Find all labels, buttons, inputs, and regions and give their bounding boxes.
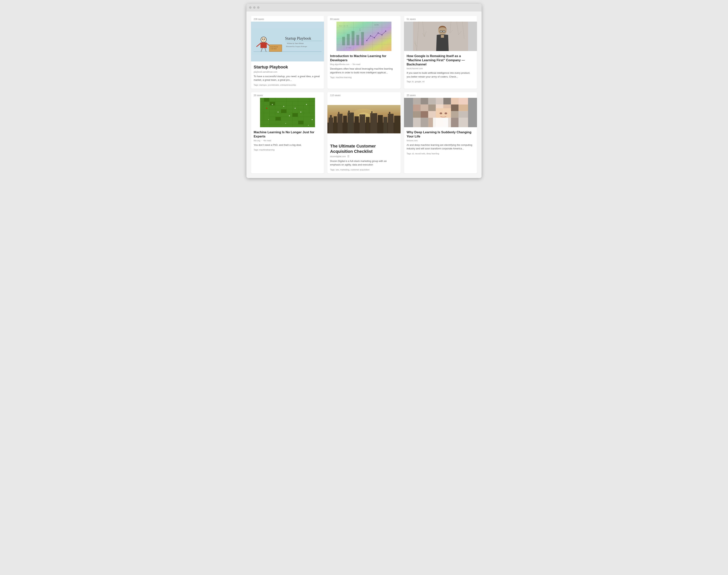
svg-rect-135 <box>420 98 428 104</box>
svg-rect-147 <box>458 104 468 111</box>
svg-rect-157 <box>420 118 428 127</box>
svg-point-41 <box>381 34 383 35</box>
saves-count: 25 saves <box>404 92 477 98</box>
card-intro-ml[interactable]: 69 saves <box>327 16 401 89</box>
card-title: Machine Learning Is No Longer Just for E… <box>254 130 321 139</box>
svg-point-40 <box>378 32 379 34</box>
svg-rect-161 <box>451 118 458 127</box>
card-image-google <box>404 22 477 52</box>
svg-rect-156 <box>413 118 420 127</box>
svg-rect-138 <box>443 98 451 104</box>
svg-point-89 <box>294 108 296 109</box>
svg-point-39 <box>374 37 375 38</box>
card-title: The Ultimate Customer Acquisition Checkl… <box>330 143 398 154</box>
card-customer-acquisition[interactable]: 110 saves <box>327 92 401 173</box>
card-body-startup: Startup Playbook playbook.samaltman.com … <box>251 62 324 89</box>
saves-count: 239 saves <box>251 16 324 22</box>
svg-rect-61 <box>260 98 315 127</box>
svg-point-95 <box>308 125 309 126</box>
card-source: dozendigital.com ☰ <box>330 155 398 158</box>
svg-rect-155 <box>458 111 468 118</box>
card-image-maze <box>251 98 324 128</box>
card-deep-learning[interactable]: 25 saves <box>404 92 477 173</box>
card-excerpt: AI and deep machine learning are electri… <box>407 143 474 150</box>
svg-point-88 <box>289 115 290 116</box>
card-ml-experts[interactable]: 26 saves <box>251 92 324 173</box>
svg-text:y = σ(z): y = σ(z) <box>346 47 351 48</box>
svg-text:Written by Sam Altman: Written by Sam Altman <box>287 42 304 44</box>
card-title: How Google is Remaking Itself as a “Mach… <box>407 54 474 67</box>
svg-point-91 <box>306 104 307 105</box>
svg-rect-134 <box>413 98 420 104</box>
svg-rect-132 <box>327 105 401 133</box>
svg-rect-34 <box>352 31 354 45</box>
svg-point-153 <box>444 112 447 114</box>
svg-rect-149 <box>420 111 428 118</box>
svg-rect-5 <box>261 42 267 48</box>
svg-point-2 <box>261 37 266 42</box>
svg-point-90 <box>300 111 301 112</box>
svg-point-92 <box>312 119 313 120</box>
svg-rect-35 <box>356 35 359 45</box>
svg-point-38 <box>370 35 371 36</box>
main-content: 239 saves <box>246 11 482 178</box>
svg-rect-57 <box>440 31 442 32</box>
svg-text:∂L/∂w: ∂L/∂w <box>374 24 379 26</box>
card-source: blog.algorithmia.com · 5m read <box>330 63 398 65</box>
svg-rect-139 <box>451 98 458 104</box>
cards-grid: 239 saves <box>251 16 477 173</box>
svg-point-4 <box>264 39 265 40</box>
svg-text:f(x) = ax + b: f(x) = ax + b <box>339 25 348 27</box>
svg-rect-141 <box>413 104 420 111</box>
svg-rect-136 <box>428 98 436 104</box>
svg-rect-150 <box>428 111 436 118</box>
card-body-customer: The Ultimate Customer Acquisition Checkl… <box>327 141 401 173</box>
close-button[interactable] <box>249 6 251 9</box>
card-tags: Tags: machine learning <box>330 76 398 78</box>
svg-rect-60 <box>441 35 444 38</box>
card-body-google: How Google is Remaking Itself as a “Mach… <box>404 52 477 85</box>
minimize-button[interactable] <box>253 6 255 9</box>
svg-text:Illustrated by Gregory Koberge: Illustrated by Gregory Koberger <box>286 45 307 47</box>
card-excerpt: You don’t need a PhD, and that’s a big d… <box>254 143 321 147</box>
card-google-ml[interactable]: 51 saves <box>404 16 477 89</box>
svg-rect-36 <box>361 32 364 45</box>
maximize-button[interactable] <box>257 6 259 9</box>
card-title: Startup Playbook <box>254 64 321 70</box>
saves-count: 69 saves <box>327 16 401 22</box>
svg-rect-80 <box>281 109 286 113</box>
svg-rect-137 <box>436 98 443 104</box>
svg-rect-146 <box>451 104 458 111</box>
card-startup-playbook[interactable]: 239 saves <box>251 16 324 89</box>
svg-rect-32 <box>342 37 345 45</box>
svg-rect-83 <box>298 121 304 124</box>
card-image-ml: f(x) = ax + b ∑ ∂L/∂w y = σ(z) <box>327 22 401 52</box>
card-tags: Tags: machinelearning <box>254 149 321 151</box>
saves-count: 51 saves <box>404 16 477 22</box>
card-excerpt: If you want to build artificial intellig… <box>407 71 474 78</box>
svg-rect-78 <box>264 98 269 102</box>
card-image-deeplearn <box>404 98 477 128</box>
card-body-ml: Introduction to Machine Learning for Dev… <box>327 52 401 81</box>
svg-point-86 <box>278 111 278 112</box>
svg-rect-162 <box>458 118 468 127</box>
svg-rect-58 <box>443 31 445 32</box>
card-tags: Tags: startups, ycombinator, entrepreneu… <box>254 84 321 86</box>
svg-text:Startup Playbook: Startup Playbook <box>270 46 278 47</box>
card-source: backchannel.com <box>407 67 474 70</box>
svg-point-152 <box>440 112 442 114</box>
svg-rect-82 <box>275 117 281 121</box>
card-excerpt: Dozen Digital is a full-stack marketing … <box>330 159 398 167</box>
svg-rect-81 <box>292 113 298 117</box>
card-source: fortune.com <box>407 139 474 142</box>
card-tags: Tags: seo, marketing, customer acquisiti… <box>330 169 398 171</box>
list-icon: ☰ <box>347 155 349 158</box>
app-window: 239 saves <box>246 4 482 178</box>
svg-text:∑: ∑ <box>359 28 361 31</box>
svg-rect-154 <box>451 111 458 118</box>
saves-count: 26 saves <box>251 92 324 98</box>
card-image-city <box>327 98 401 141</box>
card-excerpt: Developers often hear about leveraging m… <box>330 67 398 74</box>
card-body-deeplearn: Why Deep Learning Is Suddenly Changing Y… <box>404 128 477 157</box>
svg-text:by Sam Altman: by Sam Altman <box>271 48 277 49</box>
